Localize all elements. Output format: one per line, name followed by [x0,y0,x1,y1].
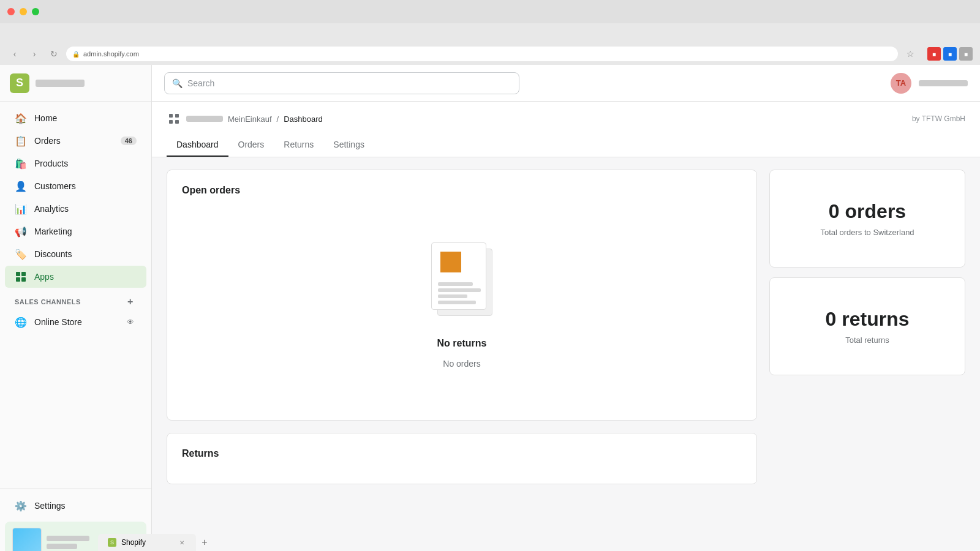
shopify-favicon: S [108,538,116,547]
sidebar: S 🏠 Home 📋 Orders 46 🛍️ Products 👤 [0,65,152,551]
bookmark-btn[interactable]: ☆ [903,47,918,61]
sidebar-item-apps[interactable]: Apps [5,266,146,288]
page-by-label: by TFTW GmbH [912,114,965,123]
customers-icon: 👤 [15,180,27,192]
marketing-label: Marketing [34,227,72,236]
address-bar[interactable]: 🔒 admin.shopify.com [66,47,898,61]
breadcrumb: MeinEinkauf / Dashboard by TFTW GmbH [167,111,965,126]
orders-icon: 📋 [15,135,27,147]
close-window-btn[interactable] [7,8,15,15]
sidebar-item-analytics[interactable]: 📊 Analytics [5,198,146,220]
sidebar-item-customers[interactable]: 👤 Customers [5,175,146,197]
sidebar-item-discounts[interactable]: 🏷️ Discounts [5,243,146,265]
discounts-icon: 🏷️ [15,248,27,260]
maximize-window-btn[interactable] [32,8,39,15]
breadcrumb-store-name: MeinEinkauf [228,114,272,124]
orders-stat-value: 0 orders [829,200,906,223]
sales-channels-label: SALES CHANNELS [15,298,81,305]
ext-gray-icon[interactable]: ■ [959,47,973,61]
breadcrumb-separator: / [277,114,279,124]
tab-dashboard[interactable]: Dashboard [167,133,228,157]
empty-title: No returns [437,338,487,349]
sidebar-header: S [0,65,151,102]
sidebar-item-products[interactable]: 🛍️ Products [5,152,146,174]
svg-rect-1 [175,114,179,118]
page-header: MeinEinkauf / Dashboard by TFTW GmbH Das… [152,102,980,157]
browser-titlebar: S Shopify ✕ + [0,0,980,23]
side-panel: 0 orders Total orders to Switzerland 0 r… [769,170,965,484]
sidebar-item-orders[interactable]: 📋 Orders 46 [5,130,146,152]
open-orders-title: Open orders [182,185,742,196]
sidebar-item-online-store[interactable]: 🌐 Online Store 👁 [5,311,146,333]
apps-label: Apps [34,272,54,282]
orders-badge: 46 [121,137,137,145]
url-text: admin.shopify.com [83,50,139,58]
tab-settings[interactable]: Settings [323,133,374,157]
sidebar-item-home[interactable]: 🏠 Home [5,107,146,129]
browser-toolbar: ‹ › ↻ 🔒 admin.shopify.com ☆ ■ ■ ■ [0,43,980,65]
returns-stat-card: 0 returns Total returns [769,277,965,375]
add-sales-channel-btn[interactable]: + [124,296,137,308]
doc-lines [432,280,486,307]
back-btn[interactable]: ‹ [7,47,22,61]
open-orders-card: Open orders [167,170,757,421]
minimize-window-btn[interactable] [20,8,27,15]
sidebar-item-settings[interactable]: ⚙️ Settings [5,495,146,517]
sidebar-item-marketing[interactable]: 📢 Marketing [5,220,146,242]
returns-title: Returns [182,448,742,459]
settings-icon: ⚙️ [15,500,27,512]
discounts-label: Discounts [34,249,72,259]
ext-blue-icon[interactable]: ■ [943,47,957,61]
tab-orders[interactable]: Orders [228,133,274,157]
main-panel: Open orders [167,170,757,484]
doc-orange-square [440,252,461,272]
products-label: Products [34,159,68,168]
user-avatar[interactable]: TA [891,73,911,94]
home-icon: 🏠 [15,112,27,124]
app-wrapper: S 🏠 Home 📋 Orders 46 🛍️ Products 👤 [0,65,980,551]
online-store-view-btn[interactable]: 👁 [124,316,137,328]
products-icon: 🛍️ [15,157,27,170]
search-icon: 🔍 [172,78,183,88]
user-name [919,80,968,86]
svg-rect-2 [169,120,173,124]
analytics-label: Analytics [34,204,69,214]
breadcrumb-grid-icon [167,111,181,126]
empty-subtitle: No orders [443,359,480,369]
orders-label: Orders [34,136,61,146]
shopify-logo: S [10,73,29,93]
ext-red-icon[interactable]: ■ [927,47,941,61]
toolbar-extensions: ■ ■ ■ [927,47,973,61]
new-tab-btn[interactable]: + [196,534,213,551]
svg-rect-0 [169,114,173,118]
marketing-icon: 📢 [15,225,27,238]
apps-icon [15,271,27,283]
settings-label: Settings [34,501,66,511]
returns-stat-label: Total returns [845,335,889,345]
returns-stat-value: 0 returns [826,308,910,331]
empty-state: No returns No orders [182,206,742,405]
sidebar-store-name [36,80,85,87]
svg-rect-3 [175,120,179,124]
content-body: Open orders [152,157,980,497]
empty-illustration [425,242,499,328]
store-thumb [12,528,42,551]
orders-stat-label: Total orders to Switzerland [820,228,914,237]
tab-close-btn[interactable]: ✕ [178,538,186,547]
customers-label: Customers [34,181,76,191]
online-store-icon: 🌐 [15,316,27,328]
search-placeholder: Search [187,78,214,88]
sidebar-nav: 🏠 Home 📋 Orders 46 🛍️ Products 👤 Custome… [0,102,151,489]
forward-btn[interactable]: › [27,47,42,61]
browser-tab-shopify[interactable]: S Shopify ✕ [98,534,196,551]
reload-btn[interactable]: ↻ [47,47,61,61]
ssl-lock-icon: 🔒 [72,51,80,58]
search-bar[interactable]: 🔍 Search [164,72,519,94]
breadcrumb-store [186,116,223,122]
online-store-actions: 👁 [124,316,137,328]
tab-returns[interactable]: Returns [274,133,323,157]
home-label: Home [34,113,57,123]
page-area: MeinEinkauf / Dashboard by TFTW GmbH Das… [152,102,980,551]
breadcrumb-current: Dashboard [284,114,323,124]
orders-stat-card: 0 orders Total orders to Switzerland [769,170,965,268]
